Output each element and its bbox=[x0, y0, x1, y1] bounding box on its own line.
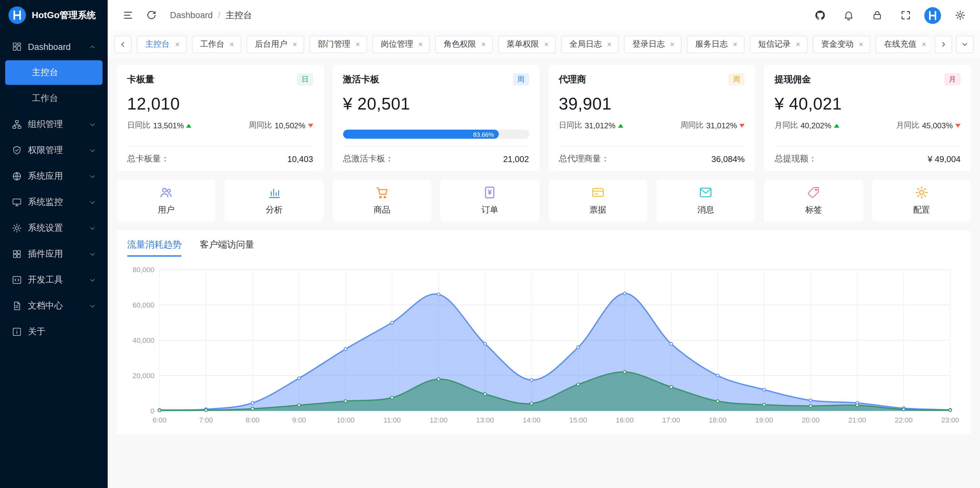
svg-text:19:00: 19:00 bbox=[755, 416, 773, 424]
tab-label: 角色权限 bbox=[444, 39, 476, 50]
breadcrumb-root[interactable]: Dashboard bbox=[170, 10, 213, 20]
tab-item-9[interactable]: 服务日志 bbox=[687, 36, 745, 53]
stat-card-footer: 总代理商量：36,084% bbox=[559, 146, 745, 165]
sidebar-item-devtools[interactable]: 开发工具 bbox=[5, 268, 102, 292]
quick-action-mail[interactable]: 消息 bbox=[656, 179, 755, 222]
chevron-down-icon bbox=[89, 147, 96, 154]
tab-close-icon[interactable] bbox=[355, 41, 361, 47]
tab-close-icon[interactable] bbox=[921, 41, 927, 47]
quick-action-chart[interactable]: 分析 bbox=[225, 179, 324, 222]
tabs-scroll-left-button[interactable] bbox=[114, 36, 132, 53]
quick-action-label: 订单 bbox=[482, 204, 498, 216]
sidebar-item-apps[interactable]: 系统应用 bbox=[5, 164, 102, 189]
stat-card-head: 提现佣金月 bbox=[775, 73, 961, 86]
tab-close-icon[interactable] bbox=[229, 41, 235, 47]
quick-action-order[interactable]: 订单 bbox=[441, 179, 539, 222]
metric-value: 10,502% bbox=[275, 121, 305, 130]
sidebar-collapse-icon[interactable] bbox=[118, 5, 137, 25]
sidebar-item-settings[interactable]: 系统设置 bbox=[5, 216, 102, 241]
tab-item-2[interactable]: 后台用户 bbox=[247, 36, 304, 53]
chevron-down-icon bbox=[89, 121, 96, 128]
tab-label: 主控台 bbox=[145, 39, 170, 50]
quick-action-config[interactable]: 配置 bbox=[872, 179, 971, 222]
tab-list: 主控台工作台后台用户部门管理岗位管理角色权限菜单权限全局日志登录日志服务日志短信… bbox=[137, 36, 929, 53]
svg-text:16:00: 16:00 bbox=[616, 416, 634, 424]
sidebar-item-label: 插件应用 bbox=[28, 248, 63, 260]
github-icon[interactable] bbox=[810, 5, 829, 25]
tab-close-icon[interactable] bbox=[795, 41, 801, 47]
tab-item-8[interactable]: 登录日志 bbox=[624, 36, 682, 53]
tabs-scroll-right-button[interactable] bbox=[935, 36, 952, 53]
tab-item-10[interactable]: 短信记录 bbox=[750, 36, 808, 53]
chart-tab-1[interactable]: 客户端访问量 bbox=[200, 239, 254, 257]
tab-close-icon[interactable] bbox=[174, 41, 180, 47]
chevron-down-icon bbox=[89, 199, 96, 206]
stat-card-value: ¥ 40,021 bbox=[775, 94, 961, 114]
quick-action-label: 用户 bbox=[158, 204, 175, 216]
sidebar-item-about[interactable]: 关于 bbox=[5, 320, 102, 344]
main-column: Dashboard / 主控台 主控台工作台后台用户部门管理岗位管理角色权限菜单… bbox=[108, 0, 980, 488]
avatar[interactable] bbox=[924, 7, 941, 24]
period-badge: 周 bbox=[729, 73, 745, 86]
refresh-icon[interactable] bbox=[142, 5, 161, 25]
metric-label: 周同比 bbox=[249, 120, 272, 131]
sidebar-item-plugin[interactable]: 插件应用 bbox=[5, 242, 102, 266]
tab-close-icon[interactable] bbox=[732, 41, 738, 47]
tab-item-11[interactable]: 资金变动 bbox=[813, 36, 870, 53]
tab-item-5[interactable]: 角色权限 bbox=[435, 36, 493, 53]
metric: 日同比13,501% bbox=[127, 120, 192, 131]
tab-item-12[interactable]: 在线充值 bbox=[876, 36, 929, 53]
app-root: HotGo管理系统 Dashboard主控台工作台组织管理权限管理系统应用系统监… bbox=[0, 0, 980, 488]
logo[interactable]: HotGo管理系统 bbox=[0, 0, 108, 30]
tab-item-4[interactable]: 岗位管理 bbox=[372, 36, 430, 53]
sidebar-item-docs[interactable]: 文档中心 bbox=[5, 293, 102, 318]
quick-action-cart[interactable]: 商品 bbox=[333, 179, 432, 222]
tab-label: 工作台 bbox=[200, 39, 224, 50]
tab-close-icon[interactable] bbox=[292, 41, 298, 47]
app-title: HotGo管理系统 bbox=[32, 10, 96, 21]
dashboard-icon bbox=[12, 41, 22, 52]
tab-item-6[interactable]: 菜单权限 bbox=[498, 36, 556, 53]
chevron-down-icon bbox=[89, 276, 96, 284]
svg-text:11:00: 11:00 bbox=[383, 416, 401, 424]
dashboard-content: 卡板量日12,010日同比13,501%周同比10,502%总卡板量：10,40… bbox=[108, 58, 980, 488]
chart-tab-label: 流量消耗趋势 bbox=[127, 239, 181, 249]
apps-icon bbox=[12, 171, 22, 181]
tab-item-7[interactable]: 全局日志 bbox=[561, 36, 619, 53]
quick-action-users[interactable]: 用户 bbox=[117, 179, 216, 222]
tabs-dropdown-button[interactable] bbox=[956, 36, 974, 53]
chart-area: 020,00040,00060,00080,0006:007:008:009:0… bbox=[127, 265, 961, 428]
tab-item-3[interactable]: 部门管理 bbox=[309, 36, 367, 53]
fullscreen-icon[interactable] bbox=[896, 5, 915, 25]
tab-close-icon[interactable] bbox=[858, 41, 864, 47]
config-icon bbox=[915, 185, 929, 200]
sidebar-subitem-1[interactable]: 工作台 bbox=[5, 86, 102, 111]
tab-close-icon[interactable] bbox=[669, 41, 675, 47]
quick-action-tag[interactable]: 标签 bbox=[764, 179, 863, 222]
metric-value: 13,501% bbox=[153, 121, 184, 130]
sidebar-item-auth[interactable]: 权限管理 bbox=[5, 138, 102, 163]
notification-bell-icon[interactable] bbox=[838, 5, 858, 25]
quick-action-ticket[interactable]: 票据 bbox=[548, 179, 647, 222]
trend-up-icon bbox=[186, 124, 192, 127]
chart-tab-0[interactable]: 流量消耗趋势 bbox=[127, 239, 181, 257]
svg-text:40,000: 40,000 bbox=[133, 336, 154, 344]
tab-label: 菜单权限 bbox=[506, 39, 539, 50]
lock-screen-icon[interactable] bbox=[867, 5, 887, 25]
tab-close-icon[interactable] bbox=[544, 41, 549, 47]
sidebar-item-dashboard[interactable]: Dashboard bbox=[5, 34, 102, 59]
sidebar-item-monitor[interactable]: 系统监控 bbox=[5, 190, 102, 214]
trend-down-icon bbox=[955, 124, 961, 127]
settings-gear-icon[interactable] bbox=[950, 5, 970, 25]
sidebar-subitem-0[interactable]: 主控台 bbox=[5, 60, 102, 85]
sidebar-item-label: 组织管理 bbox=[28, 119, 63, 130]
footer-label: 总卡板量： bbox=[127, 153, 169, 165]
tab-item-0[interactable]: 主控台 bbox=[137, 36, 186, 53]
progress-label: 83.66% bbox=[473, 131, 494, 138]
sidebar-item-org[interactable]: 组织管理 bbox=[5, 112, 102, 137]
tab-close-icon[interactable] bbox=[480, 41, 487, 47]
tab-close-icon[interactable] bbox=[606, 41, 612, 47]
tab-item-1[interactable]: 工作台 bbox=[192, 36, 241, 53]
footer-label: 总提现额： bbox=[775, 153, 817, 165]
tab-close-icon[interactable] bbox=[418, 41, 423, 47]
